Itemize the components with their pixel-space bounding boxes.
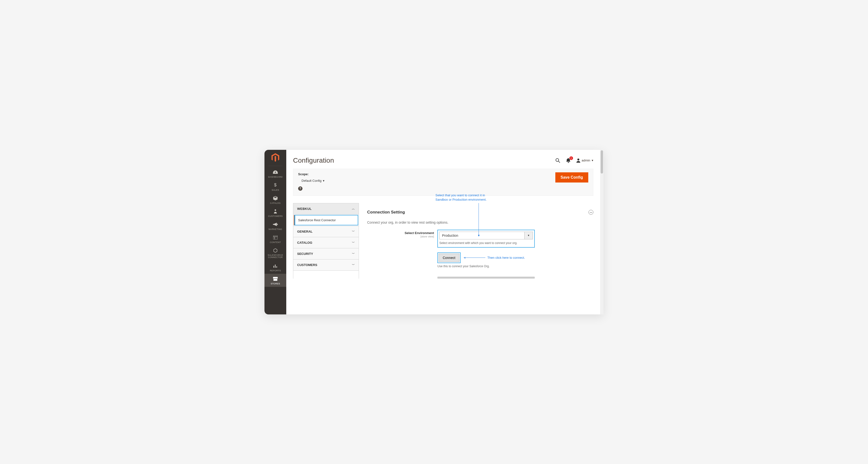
sidebar-divider <box>268 166 282 166</box>
caret-down-icon: ▾ <box>323 179 324 183</box>
svg-rect-5 <box>275 265 276 268</box>
panel-title-row: Connection Setting ︿ <box>367 210 593 215</box>
connect-button[interactable]: Connect <box>439 254 459 262</box>
environment-label: Select Environment [store view] <box>367 230 434 238</box>
svg-rect-6 <box>276 266 277 268</box>
collapse-button[interactable]: ︿ <box>589 210 593 215</box>
scope-label: Scope: <box>298 172 555 176</box>
environment-row: Select Environment [store view] Producti… <box>367 230 593 278</box>
sidebar-item-marketing[interactable]: MARKETING <box>265 219 286 232</box>
tab-label: CUSTOMERS <box>297 263 317 267</box>
scope-selector[interactable]: Default Config ▾ <box>298 179 555 183</box>
svg-line-8 <box>558 161 560 163</box>
svg-point-9 <box>578 159 579 161</box>
sidebar-label: CUSTOMERS <box>268 215 283 218</box>
header-actions: 1 admin ▾ <box>555 158 593 163</box>
user-name: admin <box>582 159 590 162</box>
chevron-up-icon: ︿ <box>590 210 592 214</box>
environment-select[interactable]: Production ▼ <box>439 232 533 239</box>
help-icon[interactable]: ? <box>298 187 303 191</box>
user-menu[interactable]: admin ▾ <box>577 158 593 163</box>
notification-badge: 1 <box>569 156 573 160</box>
sidebar-label: CATALOG <box>270 202 281 204</box>
megaphone-icon <box>273 222 278 227</box>
sidebar-label: CONTENT <box>270 241 281 243</box>
layout-icon <box>273 235 278 240</box>
chevron-down-icon: ﹀ <box>352 241 355 245</box>
person-icon <box>274 209 277 214</box>
sidebar-item-catalog[interactable]: CATALOG <box>265 193 286 206</box>
hex-icon <box>273 248 278 253</box>
environment-field-highlight: Production ▼ Select environment with whi… <box>437 230 535 247</box>
bars-icon <box>273 263 278 268</box>
caret-down-icon: ▾ <box>592 159 593 162</box>
arrow-down-icon: ▼ <box>477 234 480 237</box>
svg-point-0 <box>275 209 276 211</box>
chevron-down-icon: ﹀ <box>352 252 355 256</box>
annotation-line2: Sandbox or Production environment. <box>435 198 487 202</box>
chevron-down-icon: ﹀ <box>352 263 355 267</box>
sidebar-label: SALESFORCE CONNECTOR <box>265 254 286 259</box>
settings-panel: Select that you want to connect it in Sa… <box>367 203 593 278</box>
scope-toolbar: Scope: Default Config ▾ ? Save Config <box>293 169 593 196</box>
sidebar-item-customers[interactable]: CUSTOMERS <box>265 206 286 219</box>
config-body: WEBKUL ︿ Salesforce Rest Connector GENER… <box>293 203 593 278</box>
panel-description: Connect your org, in order to view rest … <box>367 221 593 224</box>
tab-catalog[interactable]: CATALOG ﹀ <box>293 237 359 248</box>
user-icon <box>577 158 580 163</box>
annotation-line1: Select that you want to connect it in <box>435 193 487 198</box>
tab-general[interactable]: GENERAL ﹀ <box>293 226 359 237</box>
connect-row: Connect Then click here to connect. <box>437 253 535 263</box>
tab-security[interactable]: SECURITY ﹀ <box>293 248 359 260</box>
annotation-right: Then click here to connect. <box>464 256 525 260</box>
panel-title: Connection Setting <box>367 210 405 215</box>
tab-label: CATALOG <box>297 241 312 244</box>
sidebar-label: SALES <box>272 189 279 191</box>
scope-block: Scope: Default Config ▾ ? <box>298 172 555 191</box>
connect-hint: Use this to connect your Salesforce Org. <box>437 265 535 268</box>
gauge-icon <box>273 169 278 175</box>
svg-rect-1 <box>273 235 278 239</box>
sidebar-label: DASHBOARD <box>268 176 283 178</box>
chevron-down-icon: ﹀ <box>352 229 355 234</box>
annotation-text: Select that you want to connect it in Sa… <box>435 193 487 202</box>
save-config-button[interactable]: Save Config <box>555 172 588 183</box>
svg-point-7 <box>556 159 559 161</box>
scope-value-text: Default Config <box>302 179 321 183</box>
scrollbar-thumb[interactable] <box>600 150 603 173</box>
tab-label: SECURITY <box>297 252 313 256</box>
sidebar-item-content[interactable]: CONTENT <box>265 232 286 245</box>
tab-customers[interactable]: CUSTOMERS ﹀ <box>293 260 359 271</box>
sidebar-item-dashboard[interactable]: DASHBOARD <box>265 167 286 180</box>
environment-hint: Select environment with which you want t… <box>439 241 533 245</box>
annotation-arrow-down <box>478 203 479 235</box>
notifications-icon[interactable]: 1 <box>566 158 571 163</box>
sidebar-item-salesforce-connector[interactable]: SALESFORCE CONNECTOR <box>265 245 286 261</box>
env-label-text: Select Environment <box>405 231 434 235</box>
arrow-left-icon <box>464 258 485 258</box>
sidebar-label: MARKETING <box>269 228 282 230</box>
page-header: Configuration 1 admin ▾ <box>286 150 600 169</box>
sidebar-item-stores[interactable]: STORES <box>265 274 286 287</box>
sidebar-item-sales[interactable]: $ SALES <box>265 180 286 193</box>
store-icon <box>273 276 278 281</box>
tab-section-webkul[interactable]: WEBKUL ︿ <box>293 203 359 214</box>
connect-highlight: Connect <box>437 253 461 263</box>
config-tabs: WEBKUL ︿ Salesforce Rest Connector GENER… <box>293 203 359 278</box>
caret-down-icon[interactable]: ▼ <box>525 232 533 239</box>
scrollbar[interactable]: ▴ <box>600 150 603 314</box>
tab-salesforce-rest-connector[interactable]: Salesforce Rest Connector <box>293 215 359 226</box>
tab-label: Salesforce Rest Connector <box>298 218 336 222</box>
svg-rect-4 <box>273 266 274 268</box>
annotation-right-text: Then click here to connect. <box>487 256 525 260</box>
dollar-icon: $ <box>274 183 277 188</box>
magento-logo-icon <box>272 153 279 162</box>
sidebar-item-reports[interactable]: REPORTS <box>265 261 286 274</box>
search-icon[interactable] <box>555 158 560 163</box>
app-frame: DASHBOARD $ SALES CATALOG CUSTOMERS MARK… <box>265 150 603 314</box>
tab-label: WEBKUL <box>297 207 312 210</box>
horizontal-scrollbar[interactable] <box>437 277 535 278</box>
box-icon <box>273 196 278 201</box>
tab-label: GENERAL <box>297 230 313 233</box>
sidebar-label: REPORTS <box>270 269 281 272</box>
